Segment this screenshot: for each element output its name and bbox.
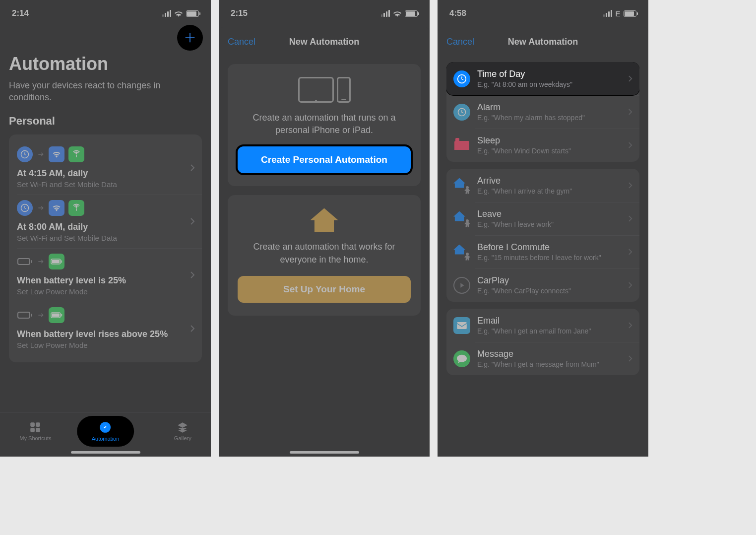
chevron-icon <box>628 141 632 149</box>
trigger-group: Arrive E.g. "When I arrive at the gym" L… <box>446 169 639 302</box>
mail-icon <box>453 317 470 334</box>
personal-desc: Create an automation that runs on a pers… <box>238 112 411 136</box>
home-desc: Create an automation that works for ever… <box>238 241 411 266</box>
wifi-icon <box>174 10 183 17</box>
trigger-email[interactable]: Email E.g. "When I get an email from Jan… <box>446 309 639 342</box>
tab-gallery[interactable]: Gallery <box>174 421 191 441</box>
automation-item[interactable]: At 8:00 AM, daily Set Wi-Fi and Set Mobi… <box>17 195 202 248</box>
home-icon <box>311 208 338 232</box>
bed-icon <box>453 137 470 154</box>
automation-item[interactable]: When battery level rises above 25% Set L… <box>17 302 202 355</box>
stack-icon <box>176 421 189 434</box>
trigger-title: Leave <box>477 209 621 219</box>
status-time: 4:58 <box>449 8 466 18</box>
trigger-alarm[interactable]: Alarm E.g. "When my alarm has stopped" <box>446 95 639 129</box>
svg-rect-8 <box>31 314 32 317</box>
trigger-title: Time of Day <box>477 69 621 79</box>
battery-icon <box>186 10 199 17</box>
trigger-leave[interactable]: Leave E.g. "When I leave work" <box>446 202 639 235</box>
automation-sub: Set Low Power Mode <box>17 287 181 296</box>
automation-sub: Set Wi-Fi and Set Mobile Data <box>17 180 181 189</box>
chevron-icon <box>628 355 632 362</box>
trigger-sub: E.g. "When I get an email from Jane" <box>477 327 621 335</box>
wifi-icon <box>393 10 402 17</box>
trigger-group: Time of Day E.g. "At 8:00 am on weekdays… <box>446 62 639 162</box>
trigger-before-commute[interactable]: Before I Commute E.g. "15 minutes before… <box>446 235 639 268</box>
tab-automation[interactable]: Automation <box>77 416 134 447</box>
chevron-icon <box>190 164 195 172</box>
trigger-title: Sleep <box>477 135 621 146</box>
svg-rect-14 <box>31 428 35 432</box>
chevron-icon <box>628 322 632 329</box>
personal-automation-card: Create an automation that runs on a pers… <box>228 64 421 186</box>
message-icon <box>453 350 470 367</box>
svg-rect-11 <box>61 314 62 316</box>
tab-label: Gallery <box>174 435 191 441</box>
trigger-sleep[interactable]: Sleep E.g. "When Wind Down starts" <box>446 129 639 162</box>
battery-low-icon <box>49 307 64 323</box>
battery-empty-icon <box>17 254 33 269</box>
trigger-title: CarPlay <box>477 275 621 286</box>
section-title: Personal <box>9 115 202 128</box>
arrow-icon <box>37 258 45 266</box>
automation-item[interactable]: At 4:15 AM, daily Set Wi-Fi and Set Mobi… <box>17 141 202 195</box>
cellular-icon <box>162 10 171 17</box>
automation-item[interactable]: When battery level is 25% Set Low Power … <box>17 248 202 302</box>
automation-title: When battery level rises above 25% <box>17 329 181 339</box>
battery-icon <box>405 10 418 17</box>
svg-rect-10 <box>52 313 60 317</box>
home-indicator[interactable] <box>290 451 359 454</box>
trigger-sub: E.g. "When CarPlay connects" <box>477 287 621 295</box>
trigger-sub: E.g. "When my alarm has stopped" <box>477 114 621 122</box>
trigger-sub: E.g. "At 8:00 am on weekdays" <box>477 80 621 88</box>
chevron-icon <box>628 108 632 116</box>
svg-rect-19 <box>457 322 467 329</box>
status-bar: 4:58 E <box>438 0 648 24</box>
arrow-icon <box>37 311 45 319</box>
trigger-carplay[interactable]: CarPlay E.g. "When CarPlay connects" <box>446 268 639 302</box>
trigger-sub: E.g. "When I get a message from Mum" <box>477 360 621 368</box>
cancel-button[interactable]: Cancel <box>228 37 255 47</box>
setup-home-button[interactable]: Set Up Your Home <box>238 276 411 303</box>
chevron-icon <box>628 182 632 189</box>
cellular-icon <box>68 146 84 162</box>
arrow-icon <box>37 150 45 158</box>
clock-icon <box>453 104 470 121</box>
house-person-icon <box>453 245 470 260</box>
chevron-icon <box>628 215 632 222</box>
cellular-icon <box>381 10 390 17</box>
trigger-sub: E.g. "15 minutes before I leave for work… <box>477 254 621 262</box>
cellular-icon <box>68 200 84 216</box>
automation-title: At 4:15 AM, daily <box>17 168 181 179</box>
tab-label: Automation <box>92 436 120 442</box>
trigger-time-of-day[interactable]: Time of Day E.g. "At 8:00 am on weekdays… <box>446 62 639 95</box>
battery-low-icon <box>49 254 64 269</box>
trigger-message[interactable]: Message E.g. "When I get a message from … <box>446 342 639 375</box>
tab-shortcuts[interactable]: My Shortcuts <box>19 421 51 441</box>
automation-title: When battery level is 25% <box>17 275 181 286</box>
carplay-icon <box>453 277 470 294</box>
status-bar: 2:14 <box>0 0 211 24</box>
add-button[interactable] <box>177 25 203 51</box>
trigger-group: Email E.g. "When I get an email from Jan… <box>446 309 639 375</box>
automation-card: At 4:15 AM, daily Set Wi-Fi and Set Mobi… <box>9 134 202 362</box>
cellular-icon <box>603 10 612 17</box>
home-indicator[interactable] <box>71 451 140 454</box>
trigger-title: Email <box>477 316 621 326</box>
modal-title: New Automation <box>289 37 359 47</box>
chevron-icon <box>190 217 195 225</box>
trigger-arrive[interactable]: Arrive E.g. "When I arrive at the gym" <box>446 169 639 202</box>
cancel-button[interactable]: Cancel <box>446 37 474 47</box>
wifi-icon <box>49 146 64 162</box>
create-personal-automation-button[interactable]: Create Personal Automation <box>238 146 411 173</box>
trigger-modal: Cancel New Automation Time of Day E.g. "… <box>438 27 648 457</box>
svg-rect-5 <box>52 260 60 263</box>
clock-icon <box>17 146 33 162</box>
clock-icon <box>17 200 33 216</box>
screen-automation-list: 2:14 Automation Have your devices react … <box>0 0 211 457</box>
svg-rect-13 <box>36 422 41 427</box>
house-person-icon <box>453 178 470 193</box>
house-person-icon <box>453 211 470 226</box>
svg-rect-2 <box>18 259 30 265</box>
home-automation-card: Create an automation that works for ever… <box>228 195 421 315</box>
